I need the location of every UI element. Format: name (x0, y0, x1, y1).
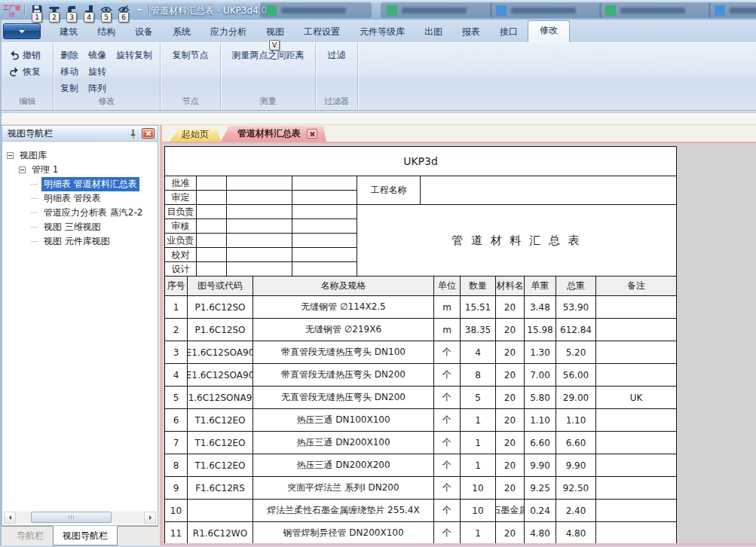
signature-row: 批准 (165, 176, 357, 191)
ribbon-tab-8[interactable]: 出图 (415, 23, 452, 42)
panel-header: 视图导航栏 (2, 125, 158, 142)
table-cell: 8 (165, 454, 188, 477)
tree-item-2[interactable]: 明细表 管道材料汇总表 (2, 177, 158, 191)
ribbon-button[interactable]: 撤销 (9, 49, 41, 62)
blurred-text (620, 8, 685, 14)
tree-item-1[interactable]: 管理 1 (2, 163, 158, 177)
table-cell: 个 (434, 387, 461, 409)
elbow-down-button[interactable]: 4 (83, 4, 95, 16)
ribbon-tab-label: 视图 (266, 26, 284, 37)
table-cell (596, 296, 676, 319)
table-cell: 20 (496, 319, 525, 341)
ribbon-button[interactable]: 复制 (60, 82, 78, 95)
ribbon-tab-11[interactable]: 修改 (528, 20, 570, 42)
application-menu-button[interactable] (3, 23, 41, 39)
table-cell: 个 (434, 522, 461, 543)
ribbon-button[interactable]: 恢复 (9, 66, 41, 78)
background-window-item[interactable] (490, 2, 601, 18)
table-cell: 5.80 (525, 387, 556, 409)
app-logo: 工厂设计 (3, 5, 21, 18)
ribbon-button[interactable]: 测量两点之间距离 (232, 49, 305, 62)
titlebar: 工厂设计 123456 管道材料汇总表 - UKP3d4.0.1 (0, 0, 756, 20)
table-cell: 20 (496, 477, 525, 500)
tree-item-4[interactable]: 管道应力分析表 蒸汽2-2 (2, 206, 158, 220)
table-cell: 个 (434, 409, 461, 432)
horizontal-scrollbar[interactable] (4, 512, 156, 524)
scrollbar-track[interactable] (16, 512, 144, 524)
tree-item-0[interactable]: 视图库 (2, 148, 158, 163)
ribbon-tab-label: 系统 (173, 26, 191, 37)
ribbon-tab-label: 报表 (462, 26, 480, 37)
table-cell: 1.10 (556, 409, 596, 432)
table-cell: 1 (165, 296, 188, 319)
keytip-badge: 1 (32, 12, 42, 23)
document-tab-0[interactable]: 起始页 (170, 127, 221, 142)
ribbon-button[interactable]: 过滤 (328, 49, 346, 62)
save-button[interactable]: 1 (31, 4, 43, 16)
signature-row: 审定 (165, 191, 357, 205)
panel-close-button[interactable] (142, 128, 155, 139)
background-window-item[interactable] (381, 2, 492, 18)
ribbon-tab-1[interactable]: 结构 (87, 23, 125, 42)
ribbon-tab-5[interactable]: 视图V (256, 23, 294, 42)
ribbon-tab-7[interactable]: 元件等级库 (350, 23, 415, 42)
material-table: 序号图号或代码名称及规格单位数量材料名单重总重备注 1P1.6C12SO无缝钢管… (165, 277, 676, 543)
ribbon-button[interactable]: 旋转复制 (116, 49, 152, 62)
table-row: 4E1.6C12SOA90带直管段无缝热压弯头 DN200个8207.0056.… (165, 364, 676, 387)
ribbon-tab-3[interactable]: 系统 (163, 23, 200, 42)
table-row: 1P1.6C12SO无缝钢管 ∅114X2.5m15.51203.4853.90 (165, 296, 676, 319)
table-row: 5E1.6C12SONA90无直管段无缝热压弯头 DN200个5205.8029… (165, 387, 676, 409)
signature-cell (197, 262, 227, 277)
ribbon-tab-9[interactable]: 报表 (452, 23, 490, 42)
signature-row: 业负责 (165, 234, 357, 248)
project-name-value (421, 176, 676, 205)
tree-item-3[interactable]: 明细表 管段表 (2, 191, 158, 206)
pipe-tee-button[interactable]: 2 (48, 4, 60, 16)
table-cell: 6 (165, 409, 188, 432)
table-cell: 5.20 (556, 341, 596, 364)
table-cell: 带直管段无缝热压弯头 DN200 (253, 364, 434, 387)
ribbon-button[interactable]: 阵列 (88, 82, 106, 95)
document-canvas: UKP3d 批准审定目负责审核业负责校对设计 工程名称 管 道 材 料 汇 总 … (162, 145, 756, 543)
qat-dropdown-button[interactable] (135, 4, 144, 16)
elbow-up-button[interactable]: 3 (66, 4, 78, 16)
tab-close-button[interactable] (307, 129, 317, 139)
table-cell: 1.30 (525, 341, 556, 364)
table-cell: 0.24 (525, 500, 556, 522)
ribbon-tab-2[interactable]: 设备 (125, 23, 163, 42)
table-cell: 无缝钢管 ∅114X2.5 (253, 296, 434, 319)
column-header-4: 数量 (461, 277, 496, 296)
pin-icon[interactable] (127, 127, 139, 139)
collapse-expander-icon[interactable] (7, 152, 14, 159)
ribbon-button[interactable]: 镜像 (88, 49, 106, 62)
panel-tab-0[interactable]: 导航栏 (8, 527, 53, 545)
eye-button[interactable]: 5 (100, 4, 112, 16)
ribbon-tab-4[interactable]: 应力分析 (200, 23, 256, 42)
tree-item-5[interactable]: 视图 三维视图 (2, 220, 158, 234)
ribbon-button[interactable]: 复制节点 (173, 49, 209, 62)
table-cell: F1.6C12RS (188, 477, 253, 500)
table-cell (596, 341, 676, 364)
collapse-expander-icon[interactable] (19, 167, 26, 173)
background-window-item[interactable] (260, 2, 372, 18)
ribbon-button[interactable]: 旋转 (88, 66, 106, 78)
panel-tab-1[interactable]: 视图导航栏 (53, 526, 118, 545)
ribbon-tab-6[interactable]: 工程设置 (294, 23, 350, 42)
document-area: 起始页管道材料汇总表 UKP3d 批准审定目负责审核业负责校对设计 工程名称 管… (160, 125, 756, 545)
scrollbar-thumb[interactable] (31, 512, 112, 523)
ribbon-tab-10[interactable]: 接口 (490, 23, 528, 42)
table-cell: 20 (496, 296, 525, 319)
background-window-item[interactable] (599, 2, 711, 18)
table-cell: 29.00 (556, 387, 596, 409)
redo-icon (9, 66, 20, 77)
tree-item-6[interactable]: 视图 元件库视图 (2, 234, 158, 249)
ribbon-button[interactable]: 删除 (60, 49, 78, 62)
ribbon-button[interactable]: 移动 (60, 66, 78, 78)
table-cell: 1 (461, 432, 496, 454)
scroll-left-arrow[interactable] (4, 512, 16, 524)
scroll-right-arrow[interactable] (144, 512, 156, 524)
document-tab-1[interactable]: 管道材料汇总表 (221, 126, 326, 142)
background-window-item[interactable] (709, 2, 756, 18)
ribbon-tab-0[interactable]: 建筑 (50, 23, 87, 42)
eye-off-button[interactable]: 6 (118, 4, 130, 16)
